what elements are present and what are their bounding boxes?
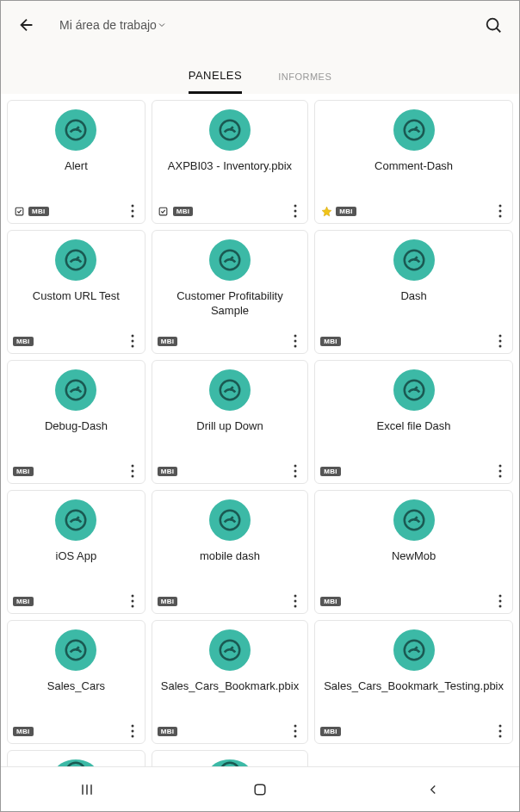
more-button[interactable] (493, 462, 507, 480)
back-nav-button[interactable] (416, 772, 450, 807)
more-icon (498, 464, 502, 478)
dashboard-card[interactable]: Drill up Down MBI (152, 360, 308, 484)
card-badges: MBI (158, 727, 178, 736)
card-footer: MBI (320, 462, 507, 480)
svg-rect-85 (255, 784, 265, 795)
more-button[interactable] (493, 592, 507, 610)
back-button[interactable] (15, 13, 39, 37)
gauge-icon-graphic (63, 247, 89, 273)
search-button[interactable] (481, 13, 505, 37)
card-badges: MBI (13, 467, 34, 476)
card-badges: MBI (13, 205, 49, 217)
svg-point-61 (499, 600, 502, 603)
dashboard-card[interactable]: Custom URL Test MBI (7, 230, 145, 354)
dashboard-card[interactable]: Debug-Dash MBI (7, 360, 145, 484)
svg-point-20 (131, 335, 133, 338)
svg-rect-9 (159, 208, 167, 215)
dashboard-card[interactable]: Alert MBI (7, 100, 145, 224)
more-button[interactable] (493, 332, 507, 350)
workspace-dropdown[interactable]: Mi área de trabajo (59, 18, 481, 32)
card-footer: MBI (158, 722, 302, 740)
mbi-badge: MBI (28, 207, 49, 216)
home-nav-button[interactable] (243, 772, 277, 807)
card-footer: MBI (13, 592, 139, 610)
tab-informes[interactable]: INFORMES (278, 71, 331, 94)
svg-point-17 (499, 215, 502, 218)
gauge-icon (55, 239, 96, 281)
more-button[interactable] (126, 202, 139, 220)
gauge-icon-graphic (217, 247, 243, 273)
gauge-icon-graphic (217, 117, 243, 143)
mbi-badge: MBI (320, 467, 341, 476)
mbi-badge: MBI (158, 727, 178, 736)
more-button[interactable] (288, 332, 302, 350)
gauge-icon-graphic (217, 507, 243, 533)
dashboard-card[interactable]: Customer Profitability Sample MBI (152, 230, 308, 354)
dashboard-card[interactable]: iOS App MBI (7, 490, 145, 614)
more-button[interactable] (126, 462, 139, 480)
card-badges: MBI (13, 337, 34, 346)
mbi-badge: MBI (320, 597, 341, 606)
dashboard-card[interactable]: Comment-Dash MBI (314, 100, 513, 224)
card-badges: MBI (13, 727, 34, 736)
card-footer: MBI (320, 202, 507, 220)
card-footer: MBI (13, 332, 139, 350)
tab-paneles[interactable]: PANELES (189, 69, 243, 94)
card-footer: MBI (158, 462, 302, 480)
more-button[interactable] (288, 202, 302, 220)
dashboard-card[interactable]: Dash MBI (314, 230, 513, 354)
recents-nav-button[interactable] (70, 772, 104, 807)
card-badges: MBI (320, 467, 341, 476)
gauge-icon-graphic (63, 637, 89, 663)
svg-point-26 (294, 340, 297, 343)
svg-point-36 (131, 470, 133, 473)
dashboard-card[interactable]: NewMob MBI (314, 490, 513, 614)
sensitivity-badge (13, 205, 25, 217)
gauge-icon (393, 109, 435, 151)
svg-point-6 (131, 215, 133, 218)
svg-point-15 (499, 205, 502, 208)
more-button[interactable] (126, 592, 139, 610)
dashboard-card[interactable]: mobile dash MBI (152, 490, 308, 614)
gauge-icon-graphic (401, 507, 427, 533)
more-button[interactable] (126, 332, 139, 350)
card-footer: MBI (13, 202, 139, 220)
gauge-icon-graphic (63, 117, 89, 143)
gauge-icon-graphic (217, 637, 243, 663)
more-icon (294, 204, 297, 218)
more-button[interactable] (493, 722, 507, 740)
more-button[interactable] (288, 462, 302, 480)
back-icon (425, 782, 441, 797)
dashboard-card[interactable]: Excel file Dash MBI (314, 360, 513, 484)
search-icon (484, 15, 503, 34)
card-title: Drill up Down (193, 419, 266, 434)
svg-point-60 (499, 595, 502, 598)
gauge-icon-graphic (217, 377, 243, 403)
svg-point-50 (131, 595, 133, 598)
dashboard-card[interactable]: Sales_Cars MBI (7, 620, 145, 744)
gauge-icon (393, 499, 435, 541)
mbi-badge: MBI (13, 337, 34, 346)
svg-point-71 (294, 730, 297, 733)
dashboard-card[interactable]: AXPBI03 - Inventory.pbix MBI (152, 100, 308, 224)
dashboard-card-partial[interactable] (152, 750, 308, 766)
gauge-icon-graphic (401, 117, 427, 143)
mbi-badge: MBI (158, 597, 178, 606)
more-button[interactable] (493, 202, 507, 220)
card-footer: MBI (320, 332, 507, 350)
more-button[interactable] (126, 722, 139, 740)
dashboard-card-partial[interactable] (7, 750, 145, 766)
gauge-icon-graphic (401, 247, 427, 273)
more-button[interactable] (288, 722, 302, 740)
card-badges: MBI (13, 597, 34, 606)
card-footer: MBI (158, 202, 302, 220)
mbi-badge: MBI (13, 467, 34, 476)
dashboard-card[interactable]: Sales_Cars_Bookmark.pbix MBI (152, 620, 308, 744)
card-badges: MBI (320, 337, 341, 346)
mbi-badge: MBI (13, 727, 34, 736)
dashboard-card[interactable]: Sales_Cars_Bookmark_Testing.pbix MBI (314, 620, 513, 744)
star-icon (321, 206, 332, 217)
svg-point-75 (499, 725, 502, 728)
more-button[interactable] (288, 592, 302, 610)
gauge-icon (209, 369, 251, 411)
